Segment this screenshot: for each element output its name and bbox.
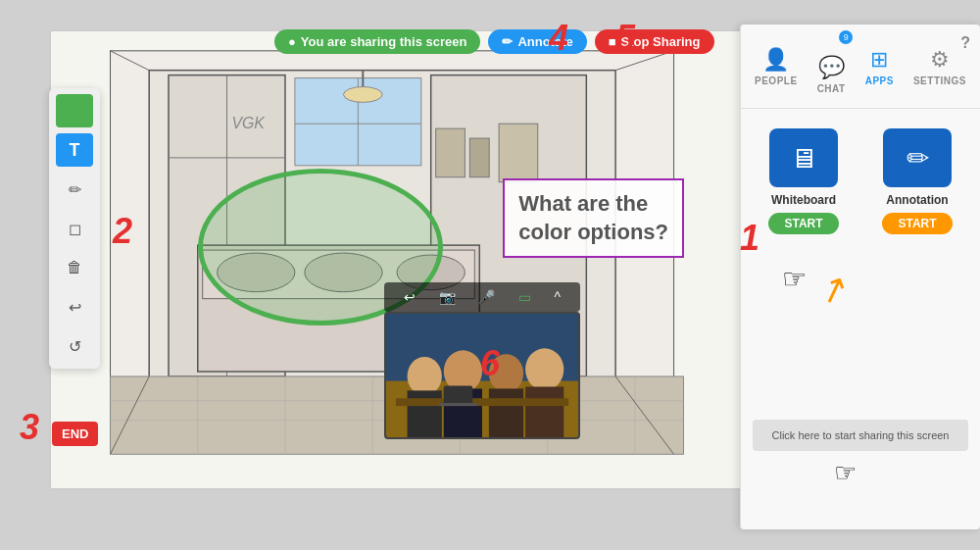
question-text-overlay: What are the color options?: [503, 178, 684, 258]
svg-rect-44: [444, 385, 472, 405]
trash-icon: 🗑: [67, 259, 82, 276]
chat-badge: 9: [839, 30, 853, 44]
video-ctrl-camera[interactable]: 📷: [439, 289, 456, 305]
pen-tool-button[interactable]: ✏: [56, 173, 93, 206]
step-6-label: 6: [480, 343, 500, 384]
question-line2: color options?: [518, 219, 668, 247]
pencil-icon: ✏: [502, 34, 513, 49]
svg-point-25: [343, 87, 382, 103]
toolbar: T ✏ ◻ 🗑 ↩ ↺: [49, 88, 100, 369]
panel-header: 👤 PEOPLE 9 💬 CHAT ⊞ APPS ⚙ SETTINGS: [741, 25, 980, 109]
step-1-label: 1: [740, 218, 760, 259]
svg-point-35: [408, 357, 442, 395]
video-ctrl-mic[interactable]: 🎤: [478, 289, 495, 305]
annotation-icon-box: ✏: [883, 128, 952, 187]
step-2-label: 2: [113, 211, 132, 252]
whiteboard-icon-box: 🖥: [769, 128, 838, 187]
whiteboard-app-card: 🖥 Whiteboard START: [753, 128, 855, 234]
cursor-hand-icon: ☞: [834, 458, 857, 488]
click-here-text: Click here to start sharing this screen: [772, 429, 950, 441]
undo-icon: ↩: [69, 298, 81, 317]
whiteboard-icon: 🖥: [790, 142, 817, 175]
apps-grid: 🖥 Whiteboard START ✏ Annotation START: [753, 128, 968, 234]
annotation-label: Annotation: [886, 193, 948, 207]
end-button[interactable]: END: [52, 422, 98, 446]
svg-rect-36: [408, 390, 442, 438]
step-4-label: 4: [549, 18, 568, 59]
color-picker-button[interactable]: [56, 94, 93, 127]
undo-button[interactable]: ↩: [56, 290, 93, 324]
annotation-icon: ✏: [906, 142, 929, 175]
apps-label: APPS: [865, 75, 894, 86]
screen-share-area: VGK What are the color options?: [49, 29, 745, 490]
video-ctrl-more[interactable]: ^: [555, 289, 562, 305]
svg-rect-27: [469, 138, 489, 177]
tab-chat[interactable]: 9 💬 CHAT: [809, 34, 854, 98]
svg-rect-28: [499, 124, 538, 181]
sharing-status-pill: ● You are sharing this screen: [274, 29, 480, 54]
settings-label: SETTINGS: [913, 75, 966, 86]
annotate-button[interactable]: ✏ Annotate: [488, 29, 586, 54]
eraser-icon: ◻: [69, 220, 81, 238]
svg-point-41: [525, 348, 564, 390]
question-line1: What are the: [518, 190, 668, 219]
eraser-tool-button[interactable]: ◻: [56, 212, 93, 245]
step-5-label: 5: [615, 18, 635, 59]
svg-rect-40: [489, 388, 523, 438]
annotation-start-button[interactable]: START: [882, 213, 952, 234]
svg-rect-42: [525, 386, 564, 438]
video-controls-bar: ↩ 📷 🎤 ▭ ^: [384, 282, 580, 312]
text-tool-button[interactable]: T: [56, 133, 93, 167]
svg-rect-26: [436, 128, 466, 177]
redo-button[interactable]: ↺: [56, 329, 93, 363]
pen-icon: ✏: [69, 180, 81, 199]
help-button[interactable]: ?: [960, 34, 970, 52]
redo-icon: ↺: [69, 337, 81, 356]
sharing-status-label: You are sharing this screen: [301, 34, 467, 49]
step-3-label: 3: [20, 407, 39, 448]
svg-rect-45: [439, 403, 477, 406]
panel-content: 🖥 Whiteboard START ✏ Annotation START: [741, 109, 980, 246]
people-icon: 👤: [762, 47, 789, 73]
annotation-app-card: ✏ Annotation START: [866, 128, 968, 234]
people-label: PEOPLE: [755, 75, 798, 86]
video-ctrl-screen[interactable]: ▭: [518, 289, 531, 305]
sharing-dot: ●: [288, 34, 296, 49]
stop-sharing-button[interactable]: ■ Stop Sharing: [595, 29, 714, 54]
chat-icon: 💬: [818, 55, 845, 80]
apps-icon: ⊞: [870, 47, 888, 73]
sketch-area: VGK What are the color options?: [51, 31, 743, 488]
svg-rect-43: [396, 398, 568, 406]
tab-people[interactable]: 👤 PEOPLE: [747, 43, 806, 90]
whiteboard-label: Whiteboard: [771, 193, 836, 207]
svg-text:VGK: VGK: [231, 115, 266, 131]
chat-label: CHAT: [817, 83, 846, 94]
top-bar: ● You are sharing this screen ✏ Annotate…: [274, 29, 714, 54]
click-here-banner[interactable]: Click here to start sharing this screen: [753, 420, 968, 451]
orange-arrow-annotation: ↗: [813, 266, 856, 315]
tab-apps[interactable]: ⊞ APPS: [858, 43, 902, 90]
right-panel: 👤 PEOPLE 9 💬 CHAT ⊞ APPS ⚙ SETTINGS ? 🖥 …: [740, 25, 980, 529]
settings-icon: ⚙: [930, 47, 950, 73]
delete-tool-button[interactable]: 🗑: [56, 251, 93, 284]
video-ctrl-undo[interactable]: ↩: [404, 289, 416, 305]
whiteboard-start-button[interactable]: START: [768, 213, 838, 234]
